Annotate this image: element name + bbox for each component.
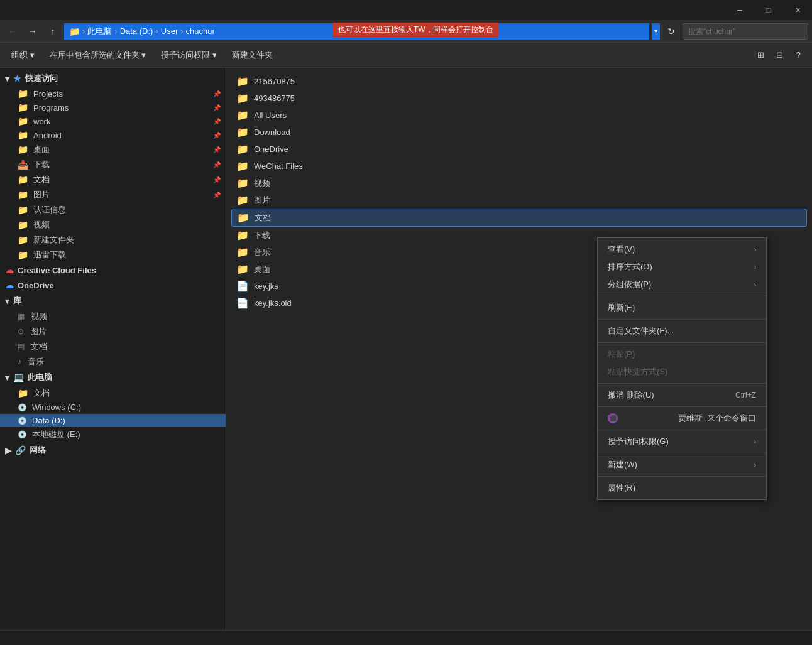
ctx-view[interactable]: 查看(V) › <box>598 241 766 258</box>
creative-cloud-header[interactable]: ☁ Creative Cloud Files <box>0 263 226 278</box>
folder-493486775-label: 493486775 <box>254 94 295 103</box>
ctx-view-label: 查看(V) <box>608 244 635 255</box>
sidebar-item-new-folder[interactable]: 📁 新建文件夹 <box>0 232 226 247</box>
folder-item-wechat[interactable]: 📁 WeChat Files <box>231 158 807 175</box>
ctx-group-arrow: › <box>754 281 756 288</box>
ctx-new-label: 新建(W) <box>608 459 637 470</box>
view-toggle-button[interactable]: ⊟ <box>771 46 788 64</box>
path-segment-3: chuchur <box>186 26 215 36</box>
sidebar-item-work[interactable]: 📁 work 📌 <box>0 114 226 128</box>
search-input[interactable] <box>683 23 808 40</box>
documents-folder-icon: 📁 <box>18 175 28 185</box>
folder-215670875-icon: 📁 <box>236 75 249 87</box>
sidebar-item-downloads[interactable]: 📥 下载 📌 <box>0 157 226 172</box>
grant-access-button[interactable]: 授予访问权限 ▾ <box>155 46 223 65</box>
ctx-divider-1 <box>598 296 766 296</box>
sidebar-item-drive-c[interactable]: 💿 Windows (C:) <box>0 401 226 414</box>
include-library-button[interactable]: 在库中包含所选的文件夹 ▾ <box>43 46 153 65</box>
minimize-button[interactable]: ─ <box>725 0 754 20</box>
sidebar-item-programs[interactable]: 📁 Programs 📌 <box>0 100 226 114</box>
downloads-label: 下载 <box>33 159 50 170</box>
ctx-customize-label: 自定义文件夹(F)... <box>608 325 674 337</box>
file-keyjks-icon: 📄 <box>236 280 249 292</box>
drive-d-label: Data (D:) <box>32 416 65 425</box>
lib-music-icon: ♪ <box>18 357 21 366</box>
ctx-grant[interactable]: 授予访问权限(G) › <box>598 433 766 450</box>
lib-video-label: 视频 <box>31 311 47 322</box>
folder-item-image[interactable]: 📁 图片 <box>231 192 807 209</box>
sidebar-item-drive-e[interactable]: 💿 本地磁盘 (E:) <box>0 427 226 442</box>
organize-button[interactable]: 组织 ▾ <box>5 46 41 65</box>
ctx-paste-shortcut-label: 粘贴快捷方式(S) <box>608 366 667 377</box>
address-dropdown[interactable]: ▾ <box>652 23 660 40</box>
folder-item-video[interactable]: 📁 视频 <box>231 175 807 192</box>
sidebar-item-documents[interactable]: 📁 文档 📌 <box>0 172 226 187</box>
drive-d-icon: 💿 <box>18 416 27 425</box>
folder-video-label: 视频 <box>254 178 270 189</box>
folder-wechat-icon: 📁 <box>236 160 249 172</box>
ctx-terminal[interactable]: ⬛ 贾维斯 ,来个命令窗口 <box>598 409 766 427</box>
pc-doc-icon: 📁 <box>18 388 28 398</box>
onedrive-header[interactable]: ☁ OneDrive <box>0 278 226 293</box>
folder-zhuomian-label: 桌面 <box>254 264 270 275</box>
folder-music-label: 音乐 <box>254 247 270 258</box>
ctx-group[interactable]: 分组依据(P) › <box>598 276 766 293</box>
ctx-customize[interactable]: 自定义文件夹(F)... <box>598 322 766 340</box>
close-button[interactable]: ✕ <box>783 0 812 20</box>
sidebar-item-drive-d[interactable]: 💿 Data (D:) <box>0 414 226 427</box>
sidebar-item-lib-video[interactable]: ▦ 视频 <box>0 309 226 324</box>
folder-item-allusers[interactable]: 📁 All Users <box>231 107 807 124</box>
folder-item-215670875[interactable]: 📁 215670875 <box>231 73 807 90</box>
new-folder-icon: 📁 <box>18 235 28 245</box>
sidebar-item-pictures[interactable]: 📁 图片 📌 <box>0 187 226 202</box>
view-details-button[interactable]: ⊞ <box>752 46 769 64</box>
sidebar-item-pc-doc[interactable]: 📁 文档 <box>0 386 226 401</box>
pictures-label: 图片 <box>33 189 50 200</box>
folder-music-icon: 📁 <box>236 246 249 258</box>
ctx-properties[interactable]: 属性(R) <box>598 479 766 497</box>
sidebar-item-certs[interactable]: 📁 认证信息 <box>0 202 226 217</box>
sidebar-item-thunder[interactable]: 📁 迅雷下载 <box>0 247 226 263</box>
maximize-button[interactable]: □ <box>754 0 783 20</box>
path-segment-0: 此电脑 <box>87 26 112 37</box>
ctx-new[interactable]: 新建(W) › <box>598 456 766 474</box>
library-header[interactable]: ▾ 库 <box>0 293 226 309</box>
drive-e-icon: 💿 <box>18 430 27 439</box>
ctx-undo-shortcut: Ctrl+Z <box>735 391 756 399</box>
folder-item-download[interactable]: 📁 Download <box>231 124 807 141</box>
ctx-view-arrow: › <box>754 246 756 253</box>
sidebar-item-desktop[interactable]: 📁 桌面 📌 <box>0 142 226 157</box>
ctx-refresh[interactable]: 刷新(E) <box>598 299 766 317</box>
title-bar: ─ □ ✕ <box>0 0 812 20</box>
help-button[interactable]: ? <box>789 46 807 64</box>
back-button[interactable]: ← <box>4 23 21 40</box>
network-header[interactable]: ▶ 🔗 网络 <box>0 442 226 458</box>
path-segment-2: User <box>161 26 178 36</box>
sidebar: ▾ ★ 快速访问 📁 Projects 📌 📁 Programs 📌 📁 wor… <box>0 68 226 630</box>
sidebar-item-lib-music[interactable]: ♪ 音乐 <box>0 354 226 369</box>
drive-c-label: Windows (C:) <box>32 403 81 412</box>
ctx-divider-5 <box>598 406 766 407</box>
thunder-folder-icon: 📁 <box>18 250 28 260</box>
ctx-undo[interactable]: 撤消 删除(U) Ctrl+Z <box>598 386 766 404</box>
up-button[interactable]: ↑ <box>44 23 62 40</box>
ctx-sort[interactable]: 排序方式(O) › <box>598 258 766 276</box>
new-folder-button[interactable]: 新建文件夹 <box>226 46 279 65</box>
new-folder-label: 新建文件夹 <box>33 234 74 246</box>
ctx-new-arrow: › <box>754 462 756 469</box>
refresh-button[interactable]: ↻ <box>662 23 680 40</box>
quick-access-header[interactable]: ▾ ★ 快速访问 <box>0 70 226 87</box>
folder-item-onedrive[interactable]: 📁 OneDrive <box>231 141 807 158</box>
videos-quick-icon: 📁 <box>18 220 28 230</box>
sidebar-item-lib-doc[interactable]: ▤ 文档 <box>0 339 226 354</box>
folder-item-wendang[interactable]: 📁 文档 <box>231 209 807 227</box>
sidebar-item-projects[interactable]: 📁 Projects 📌 <box>0 87 226 100</box>
pc-header[interactable]: ▾ 💻 此电脑 <box>0 369 226 386</box>
forward-button[interactable]: → <box>24 23 41 40</box>
sidebar-item-lib-image[interactable]: ⊙ 图片 <box>0 324 226 339</box>
pin-icon-6: 📌 <box>213 161 221 168</box>
folder-item-493486775[interactable]: 📁 493486775 <box>231 90 807 107</box>
sidebar-item-videos-quick[interactable]: 📁 视频 <box>0 217 226 232</box>
ctx-divider-7 <box>598 453 766 453</box>
sidebar-item-android[interactable]: 📁 Android 📌 <box>0 128 226 142</box>
